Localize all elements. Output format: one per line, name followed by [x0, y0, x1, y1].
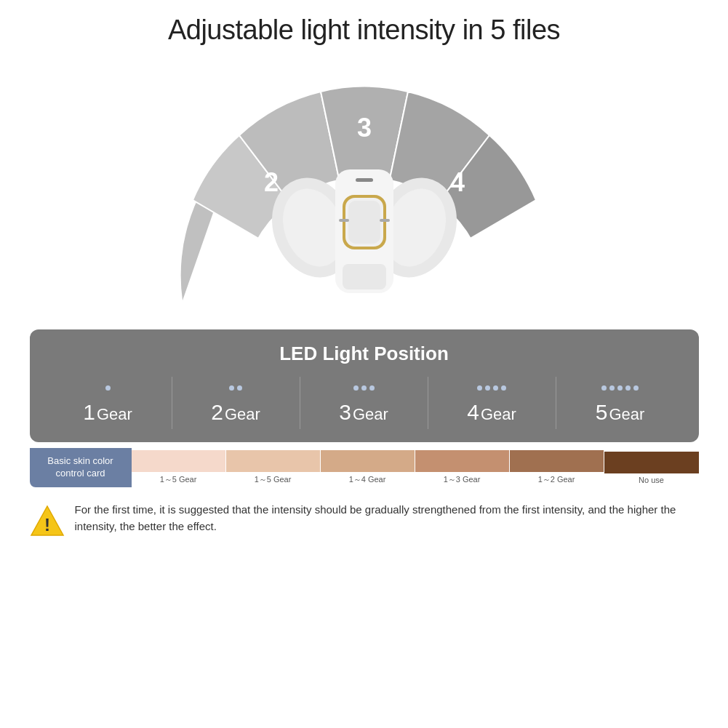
led-table: LED Light Position 1 Gear2 Gear3 Gear4 G…: [30, 329, 699, 442]
svg-rect-13: [348, 201, 380, 244]
svg-rect-17: [343, 264, 386, 289]
skin-swatches: 1～5 Gear1～5 Gear1～4 Gear1～3 Gear1～2 Gear…: [132, 448, 699, 487]
swatch-item: No use: [604, 448, 699, 487]
device-illustration: [270, 133, 459, 322]
svg-rect-14: [356, 178, 373, 182]
skin-color-row: Basic skin color control card 1～5 Gear1～…: [30, 448, 699, 487]
led-cell: 4 Gear: [428, 377, 556, 429]
svg-text:1: 1: [217, 244, 231, 273]
svg-rect-16: [380, 219, 390, 222]
skin-label: Basic skin color control card: [30, 448, 132, 487]
warning-text: For the first time, it is suggested that…: [75, 502, 699, 535]
swatch-item: 1～5 Gear: [226, 448, 321, 487]
svg-text:5: 5: [496, 244, 511, 273]
warning-row: ! For the first time, it is suggested th…: [30, 496, 699, 544]
led-cell: 5 Gear: [556, 377, 684, 429]
swatch-item: 1～4 Gear: [321, 448, 415, 487]
swatch-item: 1～2 Gear: [510, 448, 604, 487]
svg-rect-15: [339, 219, 349, 222]
warning-icon: !: [30, 503, 65, 538]
swatch-item: 1～5 Gear: [132, 448, 226, 487]
led-gear-grid: 1 Gear2 Gear3 Gear4 Gear5 Gear: [44, 377, 684, 429]
swatch-item: 1～3 Gear: [415, 448, 510, 487]
page-title: Adjustable light intensity in 5 files: [168, 15, 560, 46]
led-title: LED Light Position: [44, 343, 684, 365]
led-cell: 2 Gear: [172, 377, 300, 429]
led-cell: 3 Gear: [300, 377, 428, 429]
led-cell: 1 Gear: [44, 377, 172, 429]
dial-section: 1 2 3 4 5: [110, 53, 619, 322]
svg-text:!: !: [44, 515, 50, 535]
